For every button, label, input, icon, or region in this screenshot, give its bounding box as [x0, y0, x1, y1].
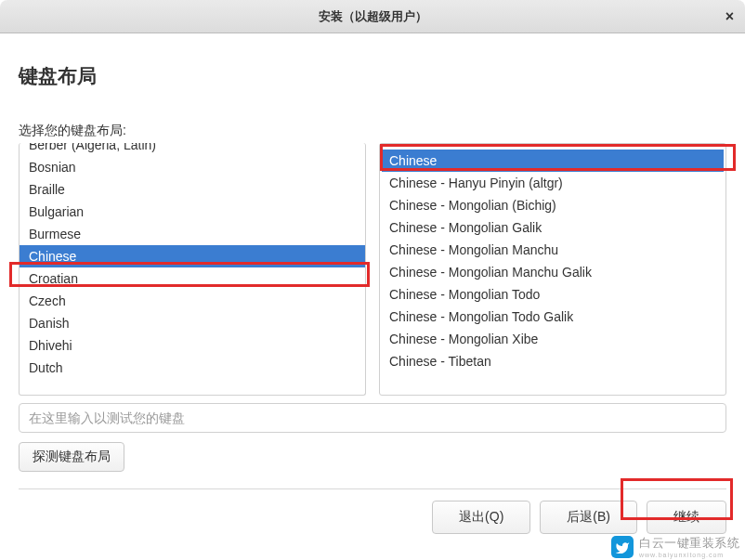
list-item[interactable]: Croatian: [20, 267, 365, 290]
prompt-label: 选择您的键盘布局:: [19, 123, 726, 139]
watermark-text: 白云一键重装系统 www.baiyunxitong.com: [639, 535, 739, 558]
window-title: 安装（以超级用户）: [319, 8, 427, 25]
titlebar: 安装（以超级用户） ×: [0, 0, 745, 33]
list-item[interactable]: Chinese - Mongolian Xibe: [380, 328, 725, 350]
back-button[interactable]: 后退(B): [540, 501, 637, 534]
list-item[interactable]: Chinese - Mongolian Manchu: [380, 239, 725, 261]
list-item[interactable]: Chinese - Tibetan: [380, 350, 725, 372]
watermark-main-text: 白云一键重装系统: [639, 535, 739, 552]
list-container: Berber (Algeria, Latin)BosnianBrailleBul…: [19, 143, 726, 396]
list-item[interactable]: Chinese - Mongolian Todo Galik: [380, 306, 725, 328]
button-row: 退出(Q) 后退(B) 继续: [432, 501, 726, 534]
page-title: 键盘布局: [19, 63, 726, 89]
list-item[interactable]: Chinese - Mongolian (Bichig): [380, 194, 725, 216]
separator: [19, 488, 726, 489]
variant-list[interactable]: ChineseChinese - Hanyu Pinyin (altgr)Chi…: [379, 143, 726, 396]
list-item[interactable]: Chinese: [19, 245, 366, 267]
list-item[interactable]: Chinese - Mongolian Galik: [380, 216, 725, 239]
list-item[interactable]: Dhivehi: [20, 334, 365, 357]
main-content: 键盘布局 选择您的键盘布局: Berber (Algeria, Latin)Bo…: [0, 33, 745, 489]
watermark: 白云一键重装系统 www.baiyunxitong.com: [611, 535, 739, 558]
list-item[interactable]: Bulgarian: [20, 201, 365, 223]
list-item[interactable]: Dutch: [20, 357, 365, 379]
detect-layout-button[interactable]: 探测键盘布局: [19, 442, 124, 472]
close-icon[interactable]: ×: [725, 8, 734, 25]
list-item[interactable]: Braille: [20, 178, 365, 201]
list-item[interactable]: Berber (Algeria, Latin): [20, 143, 365, 156]
layout-list[interactable]: Berber (Algeria, Latin)BosnianBrailleBul…: [19, 143, 366, 396]
list-item[interactable]: Bosnian: [20, 156, 365, 178]
list-item[interactable]: Chinese - Hanyu Pinyin (altgr): [380, 172, 725, 194]
list-item[interactable]: Burmese: [20, 223, 365, 245]
list-item[interactable]: Czech: [20, 290, 365, 312]
list-item[interactable]: Chinese: [382, 150, 724, 172]
list-item[interactable]: Chinese - Mongolian Manchu Galik: [380, 261, 725, 283]
quit-button[interactable]: 退出(Q): [432, 501, 530, 534]
keyboard-test-input[interactable]: [19, 403, 726, 433]
list-item[interactable]: Chinese - Mongolian Todo: [380, 283, 725, 306]
list-item[interactable]: Danish: [20, 312, 365, 334]
watermark-url-text: www.baiyunxitong.com: [639, 552, 739, 558]
watermark-logo-icon: [611, 536, 634, 558]
continue-button[interactable]: 继续: [647, 501, 726, 534]
